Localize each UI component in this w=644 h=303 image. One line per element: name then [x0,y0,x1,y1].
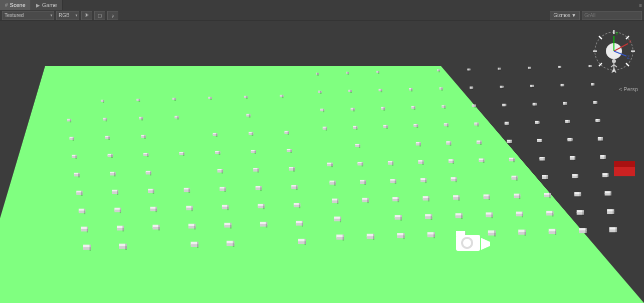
render-mode-select[interactable]: Textured Wireframe Shaded Wireframe [2,11,54,20]
svg-point-16 [612,59,616,63]
scene-tab-icon: # [5,3,8,8]
gizmo-svg: Y X Z [589,26,639,76]
scene-canvas [0,21,644,303]
toolbar: Textured Wireframe Shaded Wireframe RGB … [0,10,644,21]
color-mode-select[interactable]: RGB Alpha [56,11,79,20]
svg-text:X: X [628,39,631,44]
skybox-toggle-btn[interactable]: □ [94,11,105,20]
svg-text:Y: Y [615,31,618,36]
navigation-gizmo[interactable]: Y X Z [589,26,639,76]
scene-viewport[interactable]: Y X Z < Persp [0,21,644,303]
tab-bar: # Scene ▶ Game ≡ [0,0,644,10]
game-tab-icon: ▶ [36,3,40,8]
gizmos-label: Gizmos [553,13,570,18]
svg-line-6 [599,36,602,39]
toolbar-right: Gizmos ▼ [550,11,642,20]
render-mode-select-wrap: Textured Wireframe Shaded Wireframe [2,11,54,20]
audio-toggle-btn[interactable]: ♪ [107,11,118,20]
window-controls[interactable]: ≡ [637,3,644,8]
scene-tab-label: Scene [10,2,26,8]
svg-text:Z: Z [627,55,630,60]
gizmos-chevron-icon: ▼ [571,13,576,18]
color-mode-select-wrap: RGB Alpha [56,11,79,20]
sun-toggle-btn[interactable]: ☀ [81,11,92,20]
gizmos-button[interactable]: Gizmos ▼ [550,11,580,20]
search-input[interactable] [582,11,642,20]
perspective-label: < Persp [619,86,638,92]
tab-scene[interactable]: # Scene [0,0,31,10]
tab-game[interactable]: ▶ Game [31,0,63,10]
game-tab-label: Game [42,2,57,8]
svg-line-7 [626,63,629,66]
